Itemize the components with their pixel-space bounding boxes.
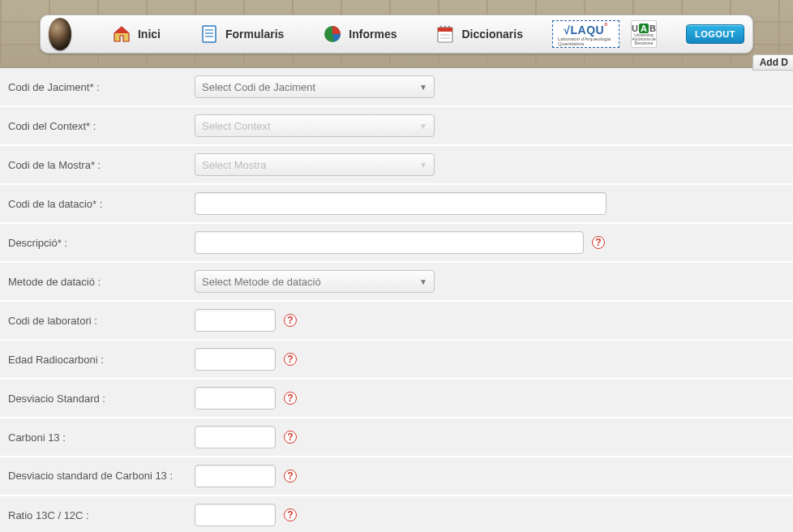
pie-chart-icon (323, 24, 342, 44)
input-desvc13[interactable] (195, 465, 276, 487)
row-descripcio: Descripció* : ? (0, 224, 793, 261)
label: Desviacio Standard : (0, 393, 186, 405)
select-placeholder: Select Codi de Jaciment (202, 81, 315, 93)
row-mostra: Codi de la Mostra* : Select Mostra ▼ (0, 146, 793, 183)
svg-point-8 (444, 26, 446, 28)
label: Ratio 13C / 12C : (0, 509, 186, 521)
nav-label: Informes (349, 28, 396, 41)
row-desvc13: Desviacio standard de Carboni 13 : ? (0, 457, 793, 495)
nav-formularis[interactable]: Formularis (199, 24, 284, 44)
help-icon[interactable]: ? (284, 314, 297, 327)
nav-label: Inici (138, 28, 161, 41)
input-desv[interactable] (195, 387, 276, 410)
row-ratio: Ratio 13C / 12C : ? (0, 496, 793, 532)
label: Codi de la datacio* : (0, 198, 186, 210)
row-edat: Edad Radiocarboni : ? (0, 341, 793, 378)
svg-rect-6 (438, 28, 452, 32)
chevron-down-icon: ▼ (419, 83, 427, 92)
help-icon[interactable]: ? (592, 236, 605, 249)
calendar-icon (435, 24, 455, 44)
input-datacio[interactable] (195, 192, 607, 215)
svg-point-9 (448, 26, 450, 28)
input-lab[interactable] (195, 309, 276, 332)
row-metode: Metode de datació : Select Metode de dat… (0, 263, 793, 300)
logout-button[interactable]: LOGOUT (686, 24, 744, 44)
chevron-down-icon: ▼ (419, 277, 427, 286)
help-icon[interactable]: ? (284, 508, 297, 521)
add-tab[interactable]: Add D (752, 54, 793, 71)
label: Codi de Jaciment* : (0, 81, 186, 93)
nav-label: Formularis (225, 28, 284, 41)
chevron-down-icon: ▼ (419, 122, 427, 131)
row-context: Codi del Context* : Select Context ▼ (0, 107, 793, 144)
select-mostra[interactable]: Select Mostra ▼ (195, 153, 435, 176)
row-datacio: Codi de la datacio* : (0, 185, 793, 222)
label: Codi del Context* : (0, 120, 186, 132)
svg-point-7 (440, 26, 442, 28)
laqu-logo[interactable]: √LAQU° Laboratori d'Arqueologia Quantita… (552, 20, 619, 48)
select-context[interactable]: Select Context ▼ (195, 114, 435, 137)
select-placeholder: Select Metode de datació (202, 276, 321, 288)
row-jaciment: Codi de Jaciment* : Select Codi de Jacim… (0, 68, 793, 105)
nav-inici[interactable]: Inici (112, 24, 161, 44)
uab-logo[interactable]: UAB Universitat Autònoma de Barcelona (631, 20, 657, 48)
svg-rect-0 (203, 26, 216, 42)
label: Desviacio standard de Carboni 13 : (0, 470, 186, 483)
help-icon[interactable]: ? (284, 392, 297, 405)
label: Metode de datació : (0, 276, 186, 288)
main-toolbar: Inici Formularis Informes Diccionaris √L… (40, 15, 753, 54)
help-icon[interactable]: ? (284, 353, 297, 366)
input-ratio[interactable] (195, 504, 276, 526)
header: Inici Formularis Informes Diccionaris √L… (0, 0, 793, 68)
input-c13[interactable] (195, 426, 276, 448)
nav-informes[interactable]: Informes (323, 24, 396, 44)
chevron-down-icon: ▼ (419, 161, 427, 169)
nav-label: Diccionaris (461, 28, 522, 41)
help-icon[interactable]: ? (284, 470, 297, 483)
globe-logo-icon[interactable] (49, 18, 71, 50)
select-placeholder: Select Mostra (202, 159, 266, 171)
nav-diccionaris[interactable]: Diccionaris (435, 24, 522, 44)
help-icon[interactable]: ? (284, 431, 297, 444)
select-metode[interactable]: Select Metode de datació ▼ (195, 270, 435, 293)
select-jaciment[interactable]: Select Codi de Jaciment ▼ (195, 75, 435, 98)
row-lab: Codi de laboratori : ? (0, 302, 793, 339)
select-placeholder: Select Context (202, 120, 271, 132)
row-desv: Desviacio Standard : ? (0, 380, 793, 417)
label: Descripció* : (0, 237, 186, 249)
label: Edad Radiocarboni : (0, 354, 186, 366)
input-edat[interactable] (195, 348, 276, 371)
label: Codi de la Mostra* : (0, 159, 186, 171)
label: Carboni 13 : (0, 431, 186, 444)
input-descripcio[interactable] (195, 231, 584, 254)
label: Codi de laboratori : (0, 315, 186, 327)
house-icon (112, 24, 131, 44)
row-c13: Carboni 13 : ? (0, 418, 793, 456)
document-icon (199, 24, 219, 44)
